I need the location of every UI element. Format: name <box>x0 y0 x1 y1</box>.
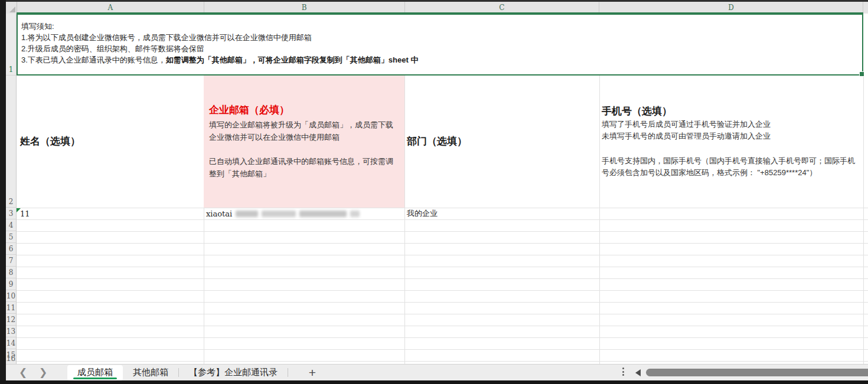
email-column-title: 企业邮箱（必填） <box>209 103 399 117</box>
column-header-c[interactable]: C <box>405 2 600 14</box>
notice-line-1: 1.将为以下成员创建企业微信账号，成员需下载企业微信并可以在企业微信中使用邮箱 <box>21 32 862 43</box>
next-sheet-chevron-icon[interactable]: ❯ <box>33 365 53 380</box>
prev-sheet-chevron-icon[interactable]: ❮ <box>13 365 33 380</box>
tab-label: 成员邮箱 <box>77 367 113 378</box>
data-row-3: 11 xiaotai 我的企业 <box>17 208 868 219</box>
row-number-gutter: 1 2 3 4 5 6 7 8 9 10 11 12 13 14 15 16 <box>6 14 17 364</box>
cell-a1-notice[interactable]: 填写须知: 1.将为以下成员创建企业微信账号，成员需下载企业微信并可以在企业微信… <box>17 14 863 76</box>
sheet-tab-bar: ❮ ❯ 成员邮箱 其他邮箱 【参考】企业邮通讯录 + <box>6 364 868 380</box>
spreadsheet-window: A B C D 1 2 3 4 5 6 7 8 9 10 11 12 13 14… <box>0 0 868 384</box>
name-column-title: 姓名（选填） <box>20 134 204 149</box>
column-header-e-sliver[interactable] <box>863 2 868 14</box>
cell-c2-department-header[interactable]: 部门（选填） <box>404 76 599 208</box>
email-redacted-segment <box>262 211 296 217</box>
tab-divider <box>288 368 288 377</box>
window-frame-left <box>0 0 6 384</box>
row-header-5[interactable]: 5 <box>6 231 16 243</box>
email-column-desc-2: 已自动填入企业邮通讯录中的邮箱账号信息，可按需调整到「其他邮箱」 <box>209 156 399 180</box>
column-header-b[interactable]: B <box>204 2 405 14</box>
cell-b2-email-header[interactable]: 企业邮箱（必填） 填写的企业邮箱将被升级为「成员邮箱」，成员需下载企业微信并可以… <box>204 76 404 208</box>
row-header-1[interactable]: 1 <box>6 14 16 76</box>
select-all-corner[interactable] <box>6 2 17 14</box>
gridlines-horizontal <box>17 208 868 362</box>
row-header-11[interactable]: 11 <box>6 302 16 314</box>
horizontal-scrollbar-thumb[interactable] <box>646 369 868 376</box>
notice-line-3: 3.下表已填入企业邮通讯录中的账号信息，如需调整为「其他邮箱」，可将企业邮箱字段… <box>21 54 862 65</box>
tab-overflow-dots-icon[interactable] <box>620 367 626 376</box>
cell-c3-department[interactable]: 我的企业 <box>407 208 438 219</box>
row-header-7[interactable]: 7 <box>6 255 16 267</box>
column-header-a[interactable]: A <box>17 2 204 14</box>
notice-heading: 填写须知: <box>21 21 862 32</box>
row-header-4[interactable]: 4 <box>6 219 16 231</box>
email-redacted-segment <box>236 211 258 217</box>
email-redacted-segment <box>350 211 360 217</box>
cell-a2-name-header[interactable]: 姓名（选填） <box>17 76 204 208</box>
tab-member-mailbox[interactable]: 成员邮箱 <box>67 365 123 380</box>
notice-line-2: 2.升级后成员的密码、组织架构、邮件等数据将会保留 <box>21 43 862 54</box>
active-tab-underline <box>73 378 117 379</box>
row-header-13[interactable]: 13 <box>6 326 16 337</box>
phone-column-title: 手机号（选填） <box>602 104 861 119</box>
column-header-row: A B C D <box>6 2 868 14</box>
sheet-tabs: 成员邮箱 其他邮箱 【参考】企业邮通讯录 + <box>67 365 321 380</box>
row-header-3[interactable]: 3 <box>6 208 16 219</box>
notice-line-3-bold: 如需调整为「其他邮箱」，可将企业邮箱字段复制到「其他邮箱」sheet 中 <box>166 55 419 64</box>
email-column-desc-1: 填写的企业邮箱将被升级为「成员邮箱」，成员需下载企业微信并可以在企业微信中使用邮… <box>209 119 399 143</box>
row-header-6[interactable]: 6 <box>6 243 16 255</box>
notice-line-3-regular: 3.下表已填入企业邮通讯录中的账号信息， <box>21 55 166 64</box>
email-visible-prefix: xiaotai <box>206 209 232 218</box>
window-frame-bottom <box>0 380 868 384</box>
department-column-title: 部门（选填） <box>407 134 599 149</box>
select-all-triangle-icon <box>9 6 15 12</box>
phone-column-desc-2: 未填写手机号的成员可由管理员手动邀请加入企业 <box>602 130 861 143</box>
row-header-10[interactable]: 10 <box>6 290 16 302</box>
phone-column-desc-1: 填写了手机号后成员可通过手机号验证并加入企业 <box>602 119 861 131</box>
row-header-14[interactable]: 14 <box>6 337 16 349</box>
tab-other-mailbox[interactable]: 其他邮箱 <box>123 365 178 380</box>
row-header-8[interactable]: 8 <box>6 267 16 278</box>
phone-column-desc-3: 手机号支持国内，国际手机号（国内手机号直接输入手机号即可；国际手机号必须包含加号… <box>602 155 861 179</box>
row-header-9[interactable]: 9 <box>6 278 16 290</box>
row-header-12[interactable]: 12 <box>6 314 16 326</box>
cell-d2-phone-header[interactable]: 手机号（选填） 填写了手机号后成员可通过手机号验证并加入企业 未填写手机号的成员… <box>599 76 863 208</box>
cell-b3-email[interactable]: xiaotai <box>206 208 360 219</box>
column-header-d[interactable]: D <box>599 2 863 14</box>
scroll-left-arrow-icon[interactable] <box>635 369 641 376</box>
email-redacted-segment <box>299 211 347 217</box>
tab-reference-directory[interactable]: 【参考】企业邮通讯录 <box>179 365 288 380</box>
add-sheet-icon[interactable]: + <box>304 366 321 380</box>
sheet-grid[interactable]: 填写须知: 1.将为以下成员创建企业微信账号，成员需下载企业微信并可以在企业微信… <box>17 14 868 364</box>
cell-a3-name[interactable]: 11 <box>20 208 30 219</box>
row-header-2[interactable]: 2 <box>6 76 16 208</box>
